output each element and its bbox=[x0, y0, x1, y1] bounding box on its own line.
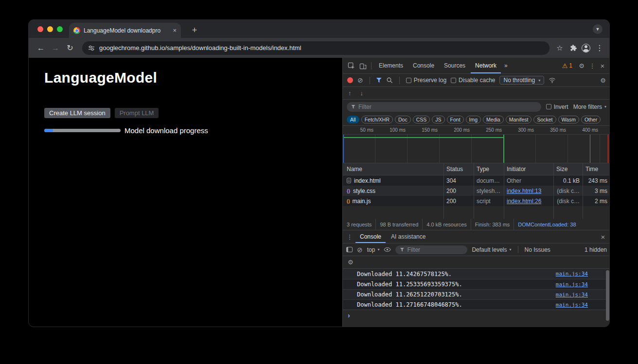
tab-favicon-icon bbox=[73, 27, 80, 34]
chip-js[interactable]: JS bbox=[432, 116, 444, 123]
network-filter-row: Filter Invert More filters ▾ bbox=[343, 100, 610, 114]
close-devtools-icon[interactable]: × bbox=[598, 62, 607, 69]
tab-elements[interactable]: Elements bbox=[374, 58, 408, 73]
devtools-kebab-menu-icon[interactable]: ⋮ bbox=[588, 63, 597, 69]
profile-avatar[interactable] bbox=[582, 44, 590, 52]
checkbox[interactable] bbox=[406, 78, 411, 83]
column-header-size[interactable]: Size bbox=[553, 166, 583, 173]
initiator-link[interactable]: index.html:26 bbox=[507, 198, 541, 205]
close-window-button[interactable] bbox=[37, 26, 43, 32]
device-toolbar-icon[interactable] bbox=[357, 62, 368, 69]
network-conditions-icon[interactable] bbox=[549, 77, 556, 84]
new-tab-button[interactable]: + bbox=[189, 24, 200, 36]
network-settings-gear-icon[interactable]: ⚙ bbox=[600, 77, 606, 84]
more-filters-dropdown[interactable]: More filters ▾ bbox=[573, 104, 606, 110]
initiator-link[interactable]: index.html:13 bbox=[507, 188, 541, 194]
chip-socket[interactable]: Socket bbox=[533, 116, 556, 123]
filter-toggle-icon[interactable] bbox=[376, 78, 382, 83]
divider bbox=[370, 77, 370, 84]
chip-wasm[interactable]: Wasm bbox=[558, 116, 579, 123]
issues-warning-badge[interactable]: ⚠ 1 bbox=[559, 62, 575, 69]
console-source-link[interactable]: main.js:34 bbox=[556, 302, 588, 308]
inspect-element-icon[interactable] bbox=[346, 62, 356, 69]
bookmark-star-icon[interactable]: ☆ bbox=[554, 41, 565, 55]
chip-manifest[interactable]: Manifest bbox=[506, 116, 532, 123]
devtools-tabbar: Elements Console Sources Network » ⚠ 1 ⚙… bbox=[343, 58, 610, 74]
model-progress-bar bbox=[44, 129, 121, 132]
table-row[interactable]: main.js 200 script index.html:26 (disk c… bbox=[343, 196, 610, 206]
console-source-link[interactable]: main.js:34 bbox=[556, 271, 588, 277]
extensions-icon[interactable] bbox=[569, 44, 577, 52]
import-har-icon[interactable]: ↑ bbox=[348, 89, 352, 97]
hidden-messages-count[interactable]: 1 hidden bbox=[585, 246, 607, 253]
forward-button[interactable]: → bbox=[48, 41, 63, 55]
tab-network[interactable]: Network bbox=[471, 58, 501, 73]
column-header-type[interactable]: Type bbox=[474, 166, 504, 173]
invert-filter-checkbox[interactable]: Invert bbox=[546, 104, 568, 110]
minimize-window-button[interactable] bbox=[47, 26, 53, 32]
close-tab-icon[interactable]: × bbox=[173, 27, 177, 34]
more-panels-icon[interactable]: » bbox=[502, 58, 510, 73]
javascript-context-selector[interactable]: top ▾ bbox=[367, 246, 380, 253]
record-network-log-button[interactable] bbox=[347, 77, 353, 83]
address-bar[interactable]: googlechrome.github.io/samples/downloadi… bbox=[82, 41, 549, 55]
network-overview-timeline[interactable]: 50 ms 100 ms 150 ms 200 ms 250 ms 300 ms… bbox=[343, 126, 610, 163]
issues-status[interactable]: No Issues bbox=[525, 246, 550, 253]
prompt-llm-button[interactable]: Prompt LLM bbox=[115, 108, 159, 118]
load-event-marker bbox=[608, 135, 608, 163]
column-header-status[interactable]: Status bbox=[443, 166, 474, 173]
checkbox[interactable] bbox=[546, 104, 551, 109]
disable-cache-checkbox[interactable]: Disable cache bbox=[451, 77, 495, 84]
console-filter-input[interactable]: Filter bbox=[395, 245, 467, 254]
console-prompt[interactable]: › bbox=[343, 310, 610, 320]
column-header-name[interactable]: Name bbox=[343, 166, 443, 173]
site-info-icon[interactable] bbox=[88, 45, 95, 52]
column-header-initiator[interactable]: Initiator bbox=[504, 166, 553, 173]
clear-network-log-icon[interactable]: ⊘ bbox=[357, 77, 363, 84]
tab-console-drawer[interactable]: Console bbox=[355, 230, 386, 243]
console-source-link[interactable]: main.js:34 bbox=[556, 292, 588, 298]
scrollbar-thumb[interactable] bbox=[606, 270, 609, 321]
export-har-icon[interactable]: ↓ bbox=[360, 89, 364, 97]
web-page: LanguageModel Create LLM session Prompt … bbox=[29, 58, 342, 327]
checkbox[interactable] bbox=[451, 78, 456, 83]
console-message: Downloaded 11.27166748046875%. main.js:3… bbox=[343, 299, 610, 310]
chip-media[interactable]: Media bbox=[483, 116, 504, 123]
summary-resources: 4.0 kB resources bbox=[423, 219, 471, 230]
close-drawer-icon[interactable]: × bbox=[598, 233, 608, 241]
create-llm-session-button[interactable]: Create LLM session bbox=[44, 108, 110, 118]
zoom-window-button[interactable] bbox=[57, 26, 63, 32]
console-settings-gear-icon[interactable]: ⚙ bbox=[348, 259, 354, 265]
chip-fetch-xhr[interactable]: Fetch/XHR bbox=[361, 116, 393, 123]
table-row[interactable]: style.css 200 stylesh… index.html:13 (di… bbox=[343, 186, 610, 196]
console-source-link[interactable]: main.js:34 bbox=[556, 281, 588, 288]
network-toolbar: ⊘ Preserve log Disable cache bbox=[343, 74, 610, 87]
clear-console-icon[interactable]: ⊘ bbox=[357, 246, 363, 253]
chip-css[interactable]: CSS bbox=[413, 116, 430, 123]
tab-sources[interactable]: Sources bbox=[440, 58, 470, 73]
back-button[interactable]: ← bbox=[34, 41, 48, 55]
throttling-select[interactable]: No throttling ▾ bbox=[499, 76, 544, 85]
network-filter-input[interactable]: Filter bbox=[347, 102, 541, 112]
log-levels-dropdown[interactable]: Default levels ▾ bbox=[472, 246, 511, 253]
chip-all[interactable]: All bbox=[347, 116, 359, 123]
preserve-log-checkbox[interactable]: Preserve log bbox=[406, 77, 446, 84]
chip-img[interactable]: Img bbox=[466, 116, 481, 123]
gridline bbox=[439, 135, 440, 163]
browser-menu-icon[interactable]: ⋮ bbox=[595, 41, 604, 55]
live-expression-eye-icon[interactable] bbox=[384, 247, 391, 252]
browser-tab[interactable]: LanguageModel downloadpro × bbox=[69, 23, 181, 38]
table-row[interactable]: index.html 304 docum… Other 0.1 kB 243 m… bbox=[343, 175, 610, 186]
chip-doc[interactable]: Doc bbox=[395, 116, 411, 123]
chip-other[interactable]: Other bbox=[581, 116, 601, 123]
column-header-time[interactable]: Time bbox=[583, 166, 610, 173]
devtools-settings-gear-icon[interactable]: ⚙ bbox=[576, 63, 587, 69]
reload-button[interactable]: ↻ bbox=[63, 41, 77, 55]
chip-font[interactable]: Font bbox=[447, 116, 464, 123]
tab-search-button[interactable]: ▼ bbox=[593, 24, 603, 34]
console-sidebar-toggle-icon[interactable] bbox=[346, 247, 353, 252]
network-search-icon[interactable] bbox=[386, 77, 393, 84]
tab-console[interactable]: Console bbox=[408, 58, 439, 73]
drawer-kebab-menu-icon[interactable]: ⋮ bbox=[345, 234, 354, 240]
tab-ai-assistance[interactable]: AI assistance bbox=[387, 230, 430, 243]
